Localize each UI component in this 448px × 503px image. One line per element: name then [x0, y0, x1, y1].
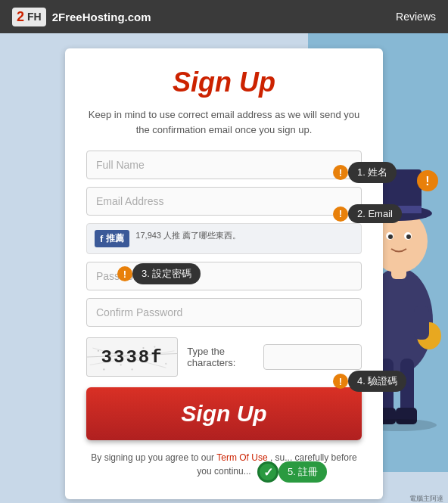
facebook-widget: f 推薦 17,943 人推 薦了哪些東西。 [86, 223, 362, 254]
header: 2 FH 2FreeHosting.com Reviews [0, 0, 448, 33]
signup-form-card: Sign Up Keep in mind to use correct emai… [65, 48, 383, 499]
annotation-name-dot: ! [333, 165, 348, 180]
annotation-email-dot: ! [333, 206, 348, 222]
annotation-captcha-dot: ! [333, 374, 348, 389]
logo-area: 2 FH 2FreeHosting.com [12, 8, 151, 26]
watermark: 電腦主阿達 www.kocpc.com.tw [386, 494, 443, 503]
fb-count-text: 17,943 人推 薦了哪些東西。 [135, 230, 241, 241]
annotation-captcha-bubble: 4. 驗證碼 [348, 371, 406, 392]
annotation-register: ✓ 5. 註冊 [257, 461, 327, 483]
logo-fh: FH [27, 11, 42, 23]
terms-prefix: By signing up you agree to our [91, 452, 216, 463]
annotation-password: ! 3. 設定密碼 [117, 263, 201, 284]
facebook-recommend-button[interactable]: f 推薦 [95, 230, 129, 247]
captcha-input[interactable] [263, 344, 362, 370]
fb-btn-label: 推薦 [106, 232, 124, 245]
email-input[interactable] [86, 187, 362, 216]
reviews-nav[interactable]: Reviews [396, 11, 436, 23]
captcha-image: 3338f [86, 337, 178, 377]
annotation-captcha: ! 4. 驗證碼 [333, 371, 406, 392]
annotation-password-dot: ! [117, 266, 132, 281]
captcha-row: 3338f Type the characters: [86, 337, 362, 377]
annotation-name: ! 1. 姓名 [333, 162, 397, 183]
form-title: Sign Up [86, 67, 362, 98]
annotation-name-bubble: 1. 姓名 [348, 162, 397, 183]
annotation-password-bubble: 3. 設定密碼 [132, 263, 201, 284]
svg-point-29 [131, 368, 132, 370]
confirm-password-input[interactable] [86, 298, 362, 327]
svg-point-28 [165, 363, 166, 365]
form-subtitle: Keep in mind to use correct email addres… [86, 107, 362, 137]
full-name-input[interactable] [86, 151, 362, 179]
svg-point-30 [103, 368, 104, 370]
captcha-text: 3338f [101, 347, 163, 368]
captcha-label-text: Type the characters: [187, 346, 254, 368]
facebook-icon: f [100, 233, 103, 244]
logo-badge: 2 FH [12, 8, 46, 26]
main-content: Sign Up Keep in mind to use correct emai… [0, 33, 448, 503]
annotation-register-bubble: 5. 註冊 [278, 461, 327, 483]
svg-point-25 [98, 350, 99, 352]
annotation-email-bubble: 2. Email [348, 204, 402, 223]
signup-button[interactable]: Sign Up [86, 387, 362, 440]
logo-text: 2FreeHosting.com [52, 11, 151, 23]
annotation-email: ! 2. Email [333, 204, 402, 223]
annotation-register-check: ✓ [257, 461, 278, 483]
logo-two: 2 [17, 9, 24, 25]
